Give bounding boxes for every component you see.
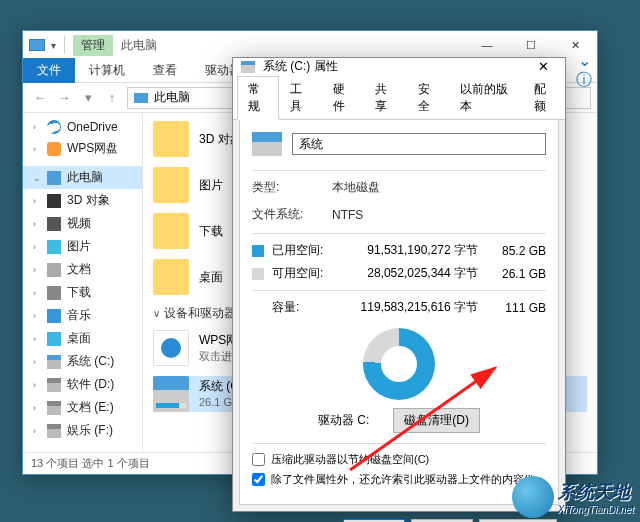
compress-checkbox[interactable] <box>252 453 265 466</box>
used-color-swatch <box>252 245 264 257</box>
qat-dropdown-icon[interactable]: ▾ <box>51 40 56 51</box>
nav-history-dropdown[interactable]: ▾ <box>77 87 99 109</box>
cloud-icon <box>47 120 61 134</box>
drive-properties-dialog: 系统 (C:) 属性 ✕ 常规 工具 硬件 共享 安全 以前的版本 配额 类型:… <box>232 57 566 512</box>
type-value: 本地磁盘 <box>332 179 380 196</box>
pc-icon <box>47 171 61 185</box>
sidebar-item-this-pc[interactable]: ⌄此电脑 <box>23 166 142 189</box>
index-checkbox[interactable] <box>252 473 265 486</box>
sidebar-item-desktop[interactable]: ›桌面 <box>23 327 142 350</box>
download-icon <box>47 286 61 300</box>
capacity-bytes: 119,583,215,616 字节 <box>340 299 488 316</box>
drive-icon <box>241 61 255 73</box>
context-tab-label: 管理 <box>73 35 113 56</box>
used-label: 已用空间: <box>272 242 332 259</box>
disk-cleanup-button[interactable]: 磁盘清理(D) <box>393 408 480 433</box>
wps-cloud-icon <box>153 330 189 366</box>
sidebar-item-documents[interactable]: ›文档 <box>23 258 142 281</box>
pc-icon <box>134 93 148 103</box>
sidebar-item-3d[interactable]: ›3D 对象 <box>23 189 142 212</box>
sidebar-item-onedrive[interactable]: ›OneDrive <box>23 117 142 137</box>
index-label: 除了文件属性外，还允许索引此驱动器上文件的内容(I) <box>271 472 534 487</box>
folder-icon <box>153 259 189 295</box>
sidebar-item-videos[interactable]: ›视频 <box>23 212 142 235</box>
free-label: 可用空间: <box>272 265 332 282</box>
image-icon <box>47 240 61 254</box>
close-button[interactable]: ✕ <box>553 31 597 59</box>
general-tab-panel: 类型:本地磁盘 文件系统:NTFS 已用空间:91,531,190,272 字节… <box>239 120 559 505</box>
sidebar-item-drive-c[interactable]: ›系统 (C:) <box>23 350 142 373</box>
tab-quota[interactable]: 配额 <box>523 76 565 120</box>
free-color-swatch <box>252 268 264 280</box>
dialog-titlebar: 系统 (C:) 属性 ✕ <box>233 58 565 75</box>
tab-previous[interactable]: 以前的版本 <box>449 76 522 120</box>
document-icon <box>47 263 61 277</box>
filesystem-label: 文件系统: <box>252 206 332 223</box>
dialog-close-button[interactable]: ✕ <box>530 59 557 74</box>
tab-file[interactable]: 文件 <box>23 58 75 83</box>
dialog-title: 系统 (C:) 属性 <box>263 58 338 75</box>
maximize-button[interactable]: ☐ <box>509 31 553 59</box>
drive-letter-label: 驱动器 C: <box>318 412 369 429</box>
nav-forward-button[interactable]: → <box>53 87 75 109</box>
sidebar-item-downloads[interactable]: ›下载 <box>23 281 142 304</box>
sidebar-item-drive-f[interactable]: ›娱乐 (F:) <box>23 419 142 442</box>
nav-up-button[interactable]: ↑ <box>101 87 123 109</box>
titlebar: ▾ 管理 此电脑 — ☐ ✕ <box>23 31 597 59</box>
free-gb: 26.1 GB <box>496 267 546 281</box>
used-gb: 85.2 GB <box>496 244 546 258</box>
tab-computer[interactable]: 计算机 <box>75 58 139 83</box>
tab-tools[interactable]: 工具 <box>279 76 321 120</box>
drive-icon <box>47 355 61 369</box>
usage-pie-chart <box>363 328 435 400</box>
drive-icon <box>47 378 61 392</box>
compress-label: 压缩此驱动器以节约磁盘空间(C) <box>271 452 429 467</box>
globe-icon <box>512 476 554 518</box>
video-icon <box>47 217 61 231</box>
drive-icon <box>153 376 189 412</box>
desktop-icon <box>47 332 61 346</box>
used-bytes: 91,531,190,272 字节 <box>340 242 488 259</box>
sidebar-item-drive-d[interactable]: ›软件 (D:) <box>23 373 142 396</box>
type-label: 类型: <box>252 179 332 196</box>
capacity-label: 容量: <box>272 299 332 316</box>
drive-name-input[interactable] <box>292 133 546 155</box>
wps-icon <box>47 142 61 156</box>
tab-general[interactable]: 常规 <box>237 76 279 120</box>
window-title: 此电脑 <box>121 37 157 54</box>
tab-sharing[interactable]: 共享 <box>364 76 406 120</box>
sidebar-item-pictures[interactable]: ›图片 <box>23 235 142 258</box>
tab-hardware[interactable]: 硬件 <box>322 76 364 120</box>
folder-icon <box>153 167 189 203</box>
nav-back-button[interactable]: ← <box>29 87 51 109</box>
capacity-gb: 111 GB <box>496 301 546 315</box>
drive-icon <box>47 424 61 438</box>
music-icon <box>47 309 61 323</box>
property-tabs: 常规 工具 硬件 共享 安全 以前的版本 配额 <box>233 75 565 120</box>
minimize-button[interactable]: — <box>465 31 509 59</box>
sidebar-item-drive-e[interactable]: ›文档 (E:) <box>23 396 142 419</box>
drive-icon <box>47 401 61 415</box>
filesystem-value: NTFS <box>332 208 363 222</box>
free-bytes: 28,052,025,344 字节 <box>340 265 488 282</box>
watermark: 系统天地 XiTongTianDi.net <box>512 476 634 518</box>
folder-icon <box>153 213 189 249</box>
app-icon <box>29 39 45 51</box>
watermark-url: XiTongTianDi.net <box>558 504 634 515</box>
tab-security[interactable]: 安全 <box>407 76 449 120</box>
folder-icon <box>153 121 189 157</box>
drive-large-icon <box>252 132 282 156</box>
watermark-name: 系统天地 <box>558 482 630 502</box>
tab-view[interactable]: 查看 <box>139 58 191 83</box>
cube-icon <box>47 194 61 208</box>
breadcrumb[interactable]: 此电脑 <box>154 89 190 106</box>
sidebar-item-music[interactable]: ›音乐 <box>23 304 142 327</box>
navigation-pane: ›OneDrive ›WPS网盘 ⌄此电脑 ›3D 对象 ›视频 ›图片 ›文档… <box>23 113 143 452</box>
sidebar-item-wps[interactable]: ›WPS网盘 <box>23 137 142 160</box>
